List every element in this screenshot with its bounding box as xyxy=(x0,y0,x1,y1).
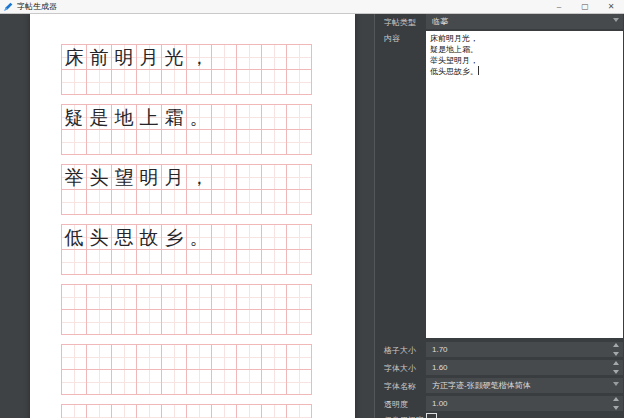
minimize-button[interactable]: – xyxy=(546,0,572,14)
grid-row-pair: 床前明月光， xyxy=(61,44,312,95)
grid-cell: 望 xyxy=(111,164,137,190)
spin-up-icon[interactable] xyxy=(613,361,619,365)
grid-cell xyxy=(86,344,112,370)
grid-cell xyxy=(111,344,137,370)
spin-down-icon[interactable] xyxy=(613,406,619,410)
grid-size-label: 格子大小 xyxy=(384,345,416,356)
text-row: 疑是地上霜。 xyxy=(61,104,312,130)
copybook-grid: 床前明月光，疑是地上霜。举头望明月，低头思故乡。 xyxy=(61,44,312,418)
grid-cell xyxy=(261,129,287,155)
grid-cell xyxy=(211,369,237,395)
chevron-down-icon xyxy=(613,382,619,386)
grid-cell xyxy=(236,369,262,395)
grid-cell xyxy=(111,284,137,310)
grid-cell xyxy=(186,249,212,275)
spin-up-icon[interactable] xyxy=(613,343,619,347)
grid-cell: ， xyxy=(186,164,212,190)
grid-cell: 。 xyxy=(186,104,212,130)
grid-cell xyxy=(261,164,287,190)
grid-cell xyxy=(236,189,262,215)
grid-cell: 上 xyxy=(136,104,162,130)
grid-cell xyxy=(236,344,262,370)
grid-size-spinbox[interactable]: 1.70 xyxy=(426,342,623,357)
opacity-spinbox[interactable]: 1.00 xyxy=(426,396,623,411)
spinner-buttons xyxy=(611,361,621,374)
grid-cell xyxy=(286,404,312,418)
grid-row-pair: 疑是地上霜。 xyxy=(61,104,312,155)
grid-cell xyxy=(186,189,212,215)
grid-cell: 是 xyxy=(86,104,112,130)
spin-down-icon[interactable] xyxy=(613,370,619,374)
grid-cell xyxy=(261,309,287,335)
spin-down-icon[interactable] xyxy=(613,352,619,356)
grid-cell xyxy=(286,284,312,310)
common-only-checkbox[interactable] xyxy=(426,413,437,418)
chevron-down-icon xyxy=(613,18,619,22)
grid-cell xyxy=(261,224,287,250)
font-name-select[interactable]: 方正字迹-张颢硬笔楷体简体 xyxy=(426,378,623,393)
grid-cell xyxy=(61,284,87,310)
grid-cell xyxy=(86,369,112,395)
text-row: 低头思故乡。 xyxy=(61,224,312,250)
grid-cell xyxy=(261,369,287,395)
grid-row-pair: 举头望明月， xyxy=(61,164,312,215)
grid-cell xyxy=(161,344,187,370)
maximize-button[interactable]: ▢ xyxy=(572,0,598,14)
grid-cell xyxy=(136,309,162,335)
font-size-spinbox[interactable]: 1.60 xyxy=(426,360,623,375)
grid-row-pair xyxy=(61,344,312,395)
grid-cell: 明 xyxy=(111,44,137,70)
preview-canvas: 床前明月光，疑是地上霜。举头望明月，低头思故乡。 xyxy=(0,14,374,418)
grid-cell: 地 xyxy=(111,104,137,130)
close-button[interactable]: ✕ xyxy=(598,0,624,14)
grid-cell xyxy=(286,369,312,395)
grid-cell xyxy=(286,104,312,130)
spin-up-icon[interactable] xyxy=(613,397,619,401)
grid-cell xyxy=(211,104,237,130)
grid-cell xyxy=(186,344,212,370)
content-textarea[interactable]: 床前明月光， 疑是地上霜。 举头望明月， 低头思故乡。 xyxy=(426,31,623,338)
grid-cell xyxy=(211,404,237,418)
grid-cell xyxy=(186,404,212,418)
grid-cell: 疑 xyxy=(61,104,87,130)
grid-cell: 举 xyxy=(61,164,87,190)
text-row xyxy=(61,344,312,370)
grid-cell xyxy=(161,129,187,155)
grid-cell xyxy=(111,129,137,155)
grid-cell xyxy=(86,249,112,275)
grid-cell: 床 xyxy=(61,44,87,70)
grid-cell xyxy=(286,189,312,215)
type-select[interactable]: 临摹 xyxy=(426,14,623,29)
grid-cell xyxy=(186,69,212,95)
grid-size-value: 1.70 xyxy=(432,345,448,354)
grid-cell xyxy=(161,284,187,310)
grid-cell xyxy=(211,249,237,275)
grid-cell xyxy=(161,369,187,395)
grid-cell xyxy=(211,69,237,95)
grid-cell xyxy=(86,309,112,335)
grid-cell xyxy=(211,284,237,310)
grid-cell xyxy=(61,69,87,95)
grid-cell: ， xyxy=(186,44,212,70)
opacity-label: 透明度 xyxy=(384,399,408,410)
grid-cell xyxy=(136,404,162,418)
grid-cell xyxy=(86,69,112,95)
grid-cell xyxy=(261,404,287,418)
grid-cell xyxy=(86,284,112,310)
font-size-label: 字体大小 xyxy=(384,363,416,374)
grid-cell: 头 xyxy=(86,224,112,250)
grid-cell xyxy=(236,129,262,155)
pen-icon xyxy=(3,2,13,12)
grid-cell xyxy=(136,129,162,155)
grid-row-pair xyxy=(61,284,312,335)
grid-cell xyxy=(111,309,137,335)
content-text: 床前明月光， 疑是地上霜。 举头望明月， 低头思故乡。 xyxy=(430,34,478,76)
practice-row xyxy=(61,309,312,335)
title-bar[interactable]: 字帖生成器 – ▢ ✕ xyxy=(0,0,624,14)
grid-cell xyxy=(111,249,137,275)
grid-cell: 月 xyxy=(161,164,187,190)
grid-cell xyxy=(211,224,237,250)
grid-cell xyxy=(186,129,212,155)
grid-cell xyxy=(236,224,262,250)
grid-cell: 头 xyxy=(86,164,112,190)
